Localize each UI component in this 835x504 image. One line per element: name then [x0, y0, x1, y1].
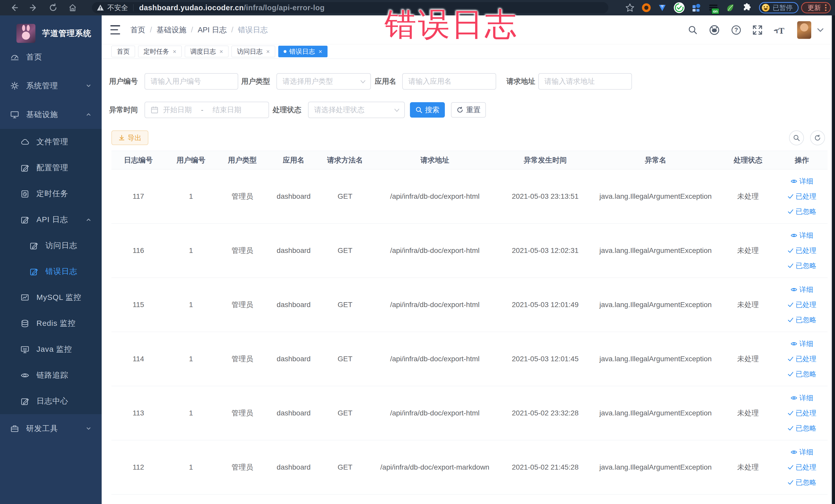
- action-detail-link[interactable]: 详细: [791, 394, 813, 403]
- extension-grid-icon[interactable]: [692, 3, 701, 12]
- tab-首页[interactable]: 首页: [111, 46, 135, 57]
- column-header: 操作: [776, 155, 828, 165]
- breadcrumb-item[interactable]: 首页: [130, 25, 145, 35]
- sidebar-toggle-icon[interactable]: [110, 25, 120, 35]
- browser-update-button[interactable]: 更新: [801, 2, 831, 13]
- breadcrumb: 首页/基础设施/API 日志/错误日志: [130, 15, 272, 44]
- action-ignored-link[interactable]: 已忽略: [788, 369, 816, 379]
- tab-错误日志[interactable]: 错误日志×: [278, 46, 328, 57]
- action-processed-link[interactable]: 已处理: [788, 300, 816, 309]
- help-icon[interactable]: ?: [731, 25, 741, 36]
- tab-close-icon[interactable]: ×: [173, 48, 176, 55]
- extension-blue-icon[interactable]: [658, 3, 667, 12]
- export-button[interactable]: 导出: [111, 130, 148, 145]
- reset-button[interactable]: 重置: [451, 102, 486, 118]
- cell-actions: 详细已处理已忽略: [776, 177, 828, 216]
- sidebar-item-9[interactable]: MySQL 监控: [0, 284, 102, 310]
- window-scrollbar-edge[interactable]: [831, 15, 835, 504]
- font-size-icon[interactable]: TT: [773, 25, 785, 35]
- cell-app: dashboard: [268, 301, 319, 309]
- browser-reload-icon[interactable]: [48, 2, 59, 13]
- action-detail-link[interactable]: 详细: [791, 285, 813, 294]
- gauge-icon: [10, 53, 19, 61]
- action-ignored-link[interactable]: 已忽略: [788, 424, 816, 433]
- action-detail-link[interactable]: 详细: [791, 339, 813, 348]
- breadcrumb-separator: /: [150, 26, 152, 34]
- sidebar-item-14[interactable]: 研发工具: [0, 414, 102, 443]
- app-logo-row[interactable]: 芋道管理系统: [0, 15, 102, 46]
- address-bar[interactable]: 不安全 dashboard.yudao.iocoder.cn/infra/log…: [92, 2, 608, 13]
- sidebar-item-8[interactable]: 错误日志: [0, 259, 102, 284]
- action-ignored-link[interactable]: 已忽略: [788, 261, 816, 270]
- check-icon: [788, 193, 794, 200]
- toggle-search-button[interactable]: [789, 130, 804, 145]
- table-row: 1151管理员dashboardGET/api/infra/db-doc/exp…: [111, 278, 828, 332]
- sidebar-item-6[interactable]: API 日志: [0, 207, 102, 233]
- eye-icon: [791, 449, 797, 456]
- refresh-button[interactable]: [810, 130, 825, 145]
- cell-exception: java.lang.IllegalArgumentException: [591, 192, 720, 201]
- action-processed-link[interactable]: 已处理: [788, 408, 816, 418]
- search-icon[interactable]: [688, 25, 698, 35]
- action-processed-link[interactable]: 已处理: [788, 192, 816, 201]
- cell-actions: 详细已处理已忽略: [776, 394, 828, 433]
- extension-green-check-icon[interactable]: [674, 2, 685, 13]
- sidebar-item-7[interactable]: 访问日志: [0, 233, 102, 259]
- action-detail-link[interactable]: 详细: [791, 231, 813, 240]
- tab-访问日志[interactable]: 访问日志×: [231, 46, 275, 57]
- sidebar-item-11[interactable]: Java 监控: [0, 336, 102, 362]
- filter-user-type-label: 用户类型: [241, 73, 270, 89]
- sidebar-item-2[interactable]: 基础设施: [0, 100, 102, 129]
- github-icon[interactable]: [709, 24, 720, 36]
- browser-home-icon[interactable]: [67, 2, 78, 13]
- process-status-select[interactable]: 请选择处理状态: [308, 102, 405, 118]
- eye-icon: [791, 286, 797, 293]
- cell-actions: 详细已处理已忽略: [776, 447, 828, 487]
- user-id-input[interactable]: 请输入用户编号: [144, 73, 238, 89]
- sidebar-item-3[interactable]: 文件管理: [0, 129, 102, 155]
- process-status-placeholder: 请选择处理状态: [314, 105, 365, 115]
- tab-调度日志[interactable]: 调度日志×: [185, 46, 228, 57]
- action-processed-link[interactable]: 已处理: [788, 246, 816, 255]
- sidebar-item-1[interactable]: 系统管理: [0, 72, 102, 100]
- action-ignored-link[interactable]: 已忽略: [788, 207, 816, 216]
- profile-paused-badge[interactable]: 已暂停: [759, 2, 798, 13]
- sidebar-item-10[interactable]: Redis 监控: [0, 310, 102, 336]
- extension-leaf-icon[interactable]: [726, 3, 735, 12]
- extensions-puzzle-icon[interactable]: [742, 3, 752, 13]
- action-processed-link[interactable]: 已处理: [788, 463, 816, 472]
- user-avatar[interactable]: [797, 21, 811, 39]
- chevron-down-icon: [85, 425, 92, 431]
- end-date-placeholder: 结束日期: [212, 105, 241, 115]
- fullscreen-icon[interactable]: [752, 25, 762, 35]
- action-ignored-link[interactable]: 已忽略: [788, 315, 816, 324]
- user-menu-caret-icon[interactable]: [817, 28, 824, 32]
- sidebar-item-13[interactable]: 日志中心: [0, 388, 102, 414]
- browser-forward-icon[interactable]: [28, 2, 39, 13]
- breadcrumb-item[interactable]: API 日志: [198, 25, 227, 35]
- tab-close-icon[interactable]: ×: [266, 48, 270, 55]
- action-ignored-link[interactable]: 已忽略: [788, 478, 816, 487]
- user-type-select[interactable]: 请选择用户类型: [277, 73, 371, 89]
- request-url-input[interactable]: 请输入请求地址: [538, 73, 632, 89]
- cell-status: 未处理: [720, 191, 776, 201]
- search-button[interactable]: 搜索: [410, 102, 445, 118]
- tab-close-icon[interactable]: ×: [220, 48, 223, 55]
- bookmark-star-icon[interactable]: [625, 3, 635, 13]
- exception-time-range-picker[interactable]: 开始日期 - 结束日期: [144, 102, 269, 118]
- extension-on-badge-icon[interactable]: on: [708, 3, 718, 13]
- sidebar-item-5[interactable]: 定时任务: [0, 181, 102, 207]
- sidebar-item-4[interactable]: 配置管理: [0, 155, 102, 181]
- tab-定时任务[interactable]: 定时任务×: [138, 46, 182, 57]
- browser-back-icon[interactable]: [9, 2, 20, 13]
- action-detail-link[interactable]: 详细: [791, 177, 813, 186]
- action-detail-link[interactable]: 详细: [791, 447, 813, 457]
- action-processed-link[interactable]: 已处理: [788, 354, 816, 364]
- tab-close-icon[interactable]: ×: [319, 48, 322, 55]
- app-name-input[interactable]: 请输入应用名: [402, 73, 496, 89]
- breadcrumb-item[interactable]: 基础设施: [157, 25, 186, 35]
- sidebar-item-0[interactable]: 首页: [0, 43, 102, 72]
- filter-app-name-label: 应用名: [375, 73, 396, 89]
- extension-orange-icon[interactable]: [642, 3, 651, 12]
- sidebar-item-12[interactable]: 链路追踪: [0, 362, 102, 388]
